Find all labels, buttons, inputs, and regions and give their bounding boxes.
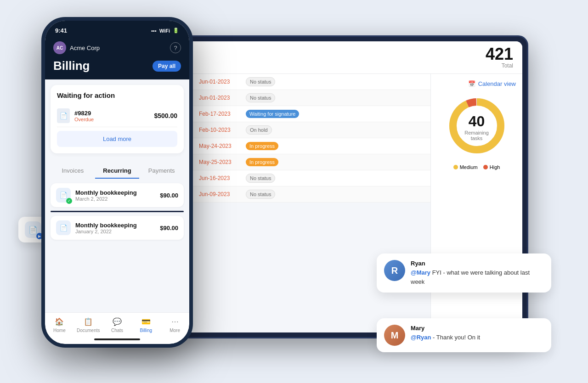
rec-date-1: March 2, 2022 [75, 196, 137, 202]
col-deadline: Jun-01-2023 [199, 95, 240, 101]
scene: Today deadline Over 3 days – No activity… [41, 17, 547, 366]
rec-name-2: Monthly bookkeeping [75, 222, 137, 229]
floating-icon: 📄 ▶ [25, 221, 41, 238]
rec-left-1: 📄 ✓ Monthly bookkeeping March 2, 2022 [56, 188, 137, 203]
col-status: No status [246, 175, 305, 181]
home-indicator-bar [45, 335, 189, 344]
total-stat: 421 Total [486, 46, 513, 69]
status-icons: ▪▪▪ WiFi 🔋 [151, 28, 179, 34]
medium-label: Medium [460, 164, 478, 170]
nav-chats-label: Chats [111, 328, 123, 333]
calendar-view-label: Calendar view [478, 80, 516, 87]
phone-nav: 🏠 Home 📋 Documents 💬 Chats 💳 Billing ⋯ [45, 312, 189, 335]
nav-billing-label: Billing [140, 328, 152, 333]
phone-notch [90, 21, 145, 34]
mary-name: Mary [411, 325, 544, 332]
col-deadline: Feb-17-2023 [199, 111, 240, 117]
mary-mention: @Ryan [411, 334, 431, 341]
status-badge: No status [246, 174, 275, 183]
rec-name-1: Monthly bookkeeping [75, 189, 137, 196]
col-status: No status [246, 95, 305, 101]
nav-chats[interactable]: 💬 Chats [103, 316, 132, 333]
more-icon: ⋯ [170, 316, 180, 327]
col-status: No status [246, 79, 305, 85]
medium-dot [453, 165, 458, 169]
mary-message: @Ryan - Thank you! On it [411, 333, 544, 342]
col-status: In progress [246, 159, 305, 165]
col-deadline: May-25-2023 [199, 159, 240, 165]
chat-mary: M Mary @Ryan - Thank you! On it [377, 318, 551, 352]
phone: 9:41 ▪▪▪ WiFi 🔋 AC Acme Corp ? Billi [41, 17, 193, 348]
tab-invoices[interactable]: Invoices [51, 163, 95, 179]
high-label: High [490, 164, 500, 170]
nav-more-label: More [170, 328, 180, 333]
col-status: No status [246, 191, 305, 197]
recurring-item-1[interactable]: 📄 ✓ Monthly bookkeeping March 2, 2022 $9… [51, 183, 184, 207]
invoice-amount: $500.00 [154, 112, 177, 119]
invoice-number: #9829 [74, 110, 94, 117]
waiting-card: Waiting for action 📄 #9829 Overdue $500.… [51, 85, 184, 153]
col-status: On hold [246, 127, 305, 133]
rec-icon-2: 📄 [56, 220, 71, 235]
calendar-view-button[interactable]: 📅 Calendar view [437, 80, 516, 87]
nav-more[interactable]: ⋯ More [160, 316, 189, 333]
status-badge: Waiting for signature [246, 110, 299, 118]
col-deadline: Feb-10-2023 [199, 127, 240, 133]
invoice-status: Overdue [74, 117, 94, 122]
status-badge: No status [246, 93, 275, 102]
col-status: Waiting for signature [246, 111, 305, 117]
donut-label: Remaining tasks [461, 130, 493, 141]
signal-icon: ▪▪▪ [151, 28, 157, 34]
tabs-row: Invoices Recurring Payments [45, 159, 189, 179]
billing-title-row: Billing Pay all [53, 59, 181, 73]
nav-billing[interactable]: 💳 Billing [131, 316, 160, 333]
invoice-left: 📄 #9829 Overdue [57, 108, 94, 123]
help-button[interactable]: ? [170, 42, 181, 53]
donut-chart: 40 Remaining tasks Medium High [437, 94, 516, 170]
billing-icon: 💳 [141, 316, 151, 327]
chats-icon: 💬 [112, 316, 122, 327]
donut-value: 40 [461, 113, 493, 130]
home-icon: 🏠 [54, 316, 64, 327]
recurring-item-2[interactable]: 📄 Monthly bookkeeping January 2, 2022 $9… [51, 216, 184, 240]
col-deadline: May-24-2023 [199, 143, 240, 149]
status-badge: On hold [246, 125, 272, 135]
rec-date-2: January 2, 2022 [75, 229, 137, 234]
rec-info-1: Monthly bookkeeping March 2, 2022 [75, 189, 137, 202]
separator [51, 211, 184, 212]
tablet-right-panel: 📅 Calendar view [430, 74, 522, 332]
legend-medium: Medium [453, 164, 478, 170]
recurring-list: 📄 ✓ Monthly bookkeeping March 2, 2022 $9… [45, 183, 189, 240]
status-badge: In progress [246, 158, 278, 166]
load-more-button[interactable]: Load more [57, 131, 177, 147]
account-row: AC Acme Corp ? [53, 41, 181, 54]
pay-all-button[interactable]: Pay all [153, 61, 181, 72]
high-dot [483, 165, 488, 169]
documents-icon: 📋 [83, 316, 93, 327]
avatar: AC [53, 41, 66, 54]
mary-avatar: M [384, 325, 405, 346]
tab-payments[interactable]: Payments [139, 163, 184, 179]
account-left: AC Acme Corp [53, 41, 100, 54]
invoice-row[interactable]: 📄 #9829 Overdue $500.00 [57, 105, 177, 127]
ryan-chat-body: Ryan @Mary FYI - what we were talking ab… [411, 260, 544, 286]
total-label: Total [486, 62, 513, 69]
mary-text: - Thank you! On it [431, 334, 480, 341]
nav-documents-label: Documents [77, 328, 100, 333]
tab-recurring[interactable]: Recurring [95, 163, 140, 179]
nav-documents[interactable]: 📋 Documents [74, 316, 103, 333]
col-status: In progress [246, 143, 305, 149]
account-name: Acme Corp [70, 45, 100, 51]
rec-info-2: Monthly bookkeeping January 2, 2022 [75, 222, 137, 234]
waiting-title: Waiting for action [57, 91, 177, 99]
status-badge: No status [246, 77, 275, 86]
nav-home[interactable]: 🏠 Home [45, 316, 74, 333]
legend-high: High [483, 164, 500, 170]
col-deadline: Jun-09-2023 [199, 191, 240, 197]
rec-left-2: 📄 Monthly bookkeeping January 2, 2022 [56, 220, 137, 235]
ryan-message: @Mary FYI - what we were talking about l… [411, 268, 544, 286]
time-display: 9:41 [55, 27, 67, 34]
status-badge: No status [246, 190, 275, 199]
phone-header: AC Acme Corp ? Billing Pay all [45, 38, 189, 79]
col-deadline: Jun-01-2023 [199, 79, 240, 85]
